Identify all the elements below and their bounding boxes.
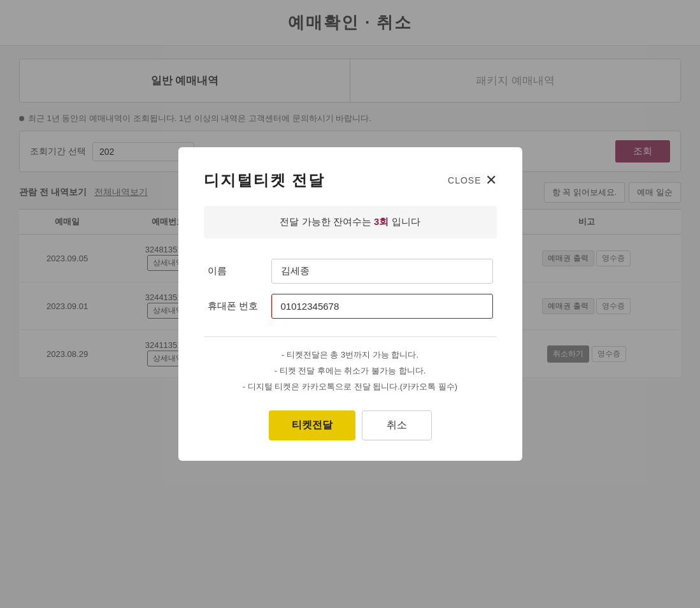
modal-title: 디지털티켓 전달 [204,170,325,191]
note-3: - 디지털 티켓은 카카오톡으로 전달 됩니다.(카카오톡 필수) [204,379,497,395]
name-label: 이름 [204,254,268,289]
close-label: CLOSE [448,175,481,185]
info-highlight: 3회 [374,216,389,227]
phone-input[interactable] [271,294,493,319]
phone-input-cell [268,289,497,324]
form-table: 이름 휴대폰 번호 [204,254,497,324]
note-2: - 티켓 전달 후에는 취소가 불가능 합니다. [204,363,497,379]
name-input-cell [268,254,497,289]
name-row: 이름 [204,254,497,289]
modal-info-box: 전달 가능한 잔여수는 3회 입니다 [204,206,497,238]
modal-divider [204,337,497,337]
modal-header: 디지털티켓 전달 CLOSE ✕ [204,170,497,191]
modal-overlay: 디지털티켓 전달 CLOSE ✕ 전달 가능한 잔여수는 3회 입니다 이름 휴… [0,0,700,608]
confirm-ticket-button[interactable]: 티켓전달 [269,410,355,440]
name-input[interactable] [271,259,493,284]
note-1: - 티켓전달은 총 3번까지 가능 합니다. [204,347,497,363]
modal-notes: - 티켓전달은 총 3번까지 가능 합니다. - 티켓 전달 후에는 취소가 불… [204,347,497,394]
phone-row: 휴대폰 번호 [204,289,497,324]
info-text-after: 입니다 [389,216,420,227]
modal-buttons: 티켓전달 취소 [204,410,497,440]
close-icon: ✕ [485,173,497,187]
info-text-before: 전달 가능한 잔여수는 [280,216,374,227]
modal-dialog: 디지털티켓 전달 CLOSE ✕ 전달 가능한 잔여수는 3회 입니다 이름 휴… [178,147,522,460]
modal-close-button[interactable]: CLOSE ✕ [448,173,496,187]
cancel-modal-button[interactable]: 취소 [362,410,432,440]
phone-label: 휴대폰 번호 [204,289,268,324]
